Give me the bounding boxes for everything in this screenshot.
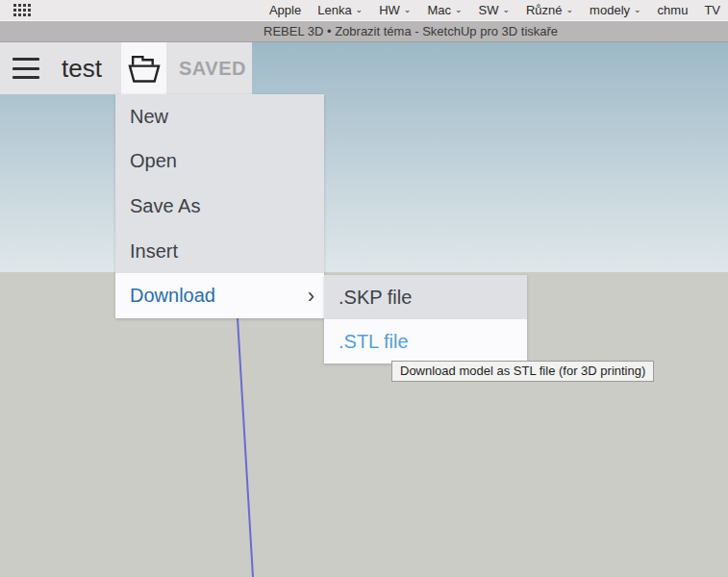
document-title[interactable]: test xyxy=(62,42,102,94)
bookmark-label: TV xyxy=(704,3,720,17)
menu-item-label: Open xyxy=(130,150,177,172)
menu-item-label: New xyxy=(130,106,168,128)
bookmarks-bar: Apple Lenka⌄ HW⌄ Mac⌄ SW⌄ Různé⌄ modely⌄… xyxy=(0,0,728,21)
window-title-bar: REBEL 3D • Zobrazit téma - SketchUp pro … xyxy=(0,21,728,42)
folder-icon xyxy=(126,51,163,86)
bookmark-modely[interactable]: modely⌄ xyxy=(590,3,640,17)
apps-grid-icon[interactable] xyxy=(13,4,31,16)
menu-item-label: Save As xyxy=(130,195,200,217)
menu-item-label: Download xyxy=(130,285,215,307)
bookmark-label: chmu xyxy=(658,3,689,17)
chevron-down-icon: ⌄ xyxy=(566,5,574,14)
bookmark-chmu[interactable]: chmu xyxy=(658,3,689,17)
chevron-down-icon: ⌄ xyxy=(502,5,510,14)
file-menu-button[interactable] xyxy=(121,42,166,94)
bookmark-label: SW xyxy=(478,3,498,17)
bookmark-label: Apple xyxy=(269,3,301,17)
download-submenu: .SKP file .STL file xyxy=(324,275,527,364)
bookmark-tv[interactable]: TV xyxy=(704,3,720,17)
menu-item-new[interactable]: New xyxy=(115,94,324,139)
bookmark-ruzne[interactable]: Různé⌄ xyxy=(526,3,573,17)
hamburger-icon xyxy=(13,58,39,61)
bookmark-label: modely xyxy=(590,3,630,17)
bookmark-lenka[interactable]: Lenka⌄ xyxy=(317,3,363,17)
bookmark-label: HW xyxy=(379,3,400,17)
app-toolbar: test SAVED xyxy=(0,42,252,94)
chevron-down-icon: ⌄ xyxy=(455,5,463,14)
submenu-arrow-icon: › xyxy=(308,286,314,307)
menu-item-download[interactable]: Download › xyxy=(115,273,324,318)
tooltip: Download model as STL file (for 3D print… xyxy=(391,361,654,382)
bookmarks-list: Apple Lenka⌄ HW⌄ Mac⌄ SW⌄ Různé⌄ modely⌄… xyxy=(269,3,728,17)
bookmark-sw[interactable]: SW⌄ xyxy=(478,3,510,17)
menu-item-label: Insert xyxy=(130,240,178,263)
file-menu: New Open Save As Insert Download › xyxy=(115,94,324,318)
save-status-label: SAVED xyxy=(179,42,246,94)
bookmark-apple[interactable]: Apple xyxy=(269,3,301,17)
screen: Apple Lenka⌄ HW⌄ Mac⌄ SW⌄ Různé⌄ modely⌄… xyxy=(0,0,728,577)
bookmark-mac[interactable]: Mac⌄ xyxy=(427,3,462,17)
main-menu-button[interactable] xyxy=(13,58,39,79)
chevron-down-icon: ⌄ xyxy=(356,5,364,14)
menu-item-label: .SKP file xyxy=(339,287,412,309)
bookmark-label: Různé xyxy=(526,3,563,17)
bookmark-hw[interactable]: HW⌄ xyxy=(379,3,411,17)
menu-item-skp-file[interactable]: .SKP file xyxy=(324,275,527,319)
chevron-down-icon: ⌄ xyxy=(404,5,412,14)
window-title: REBEL 3D • Zobrazit téma - SketchUp pro … xyxy=(264,24,558,38)
hamburger-icon xyxy=(13,76,39,79)
menu-item-label: .STL file xyxy=(339,331,409,353)
bookmark-label: Lenka xyxy=(317,3,351,17)
chevron-down-icon: ⌄ xyxy=(634,5,641,14)
menu-item-insert[interactable]: Insert xyxy=(115,229,324,274)
menu-item-save-as[interactable]: Save As xyxy=(115,184,324,229)
hamburger-icon xyxy=(13,67,39,70)
bookmark-label: Mac xyxy=(427,3,451,17)
menu-item-open[interactable]: Open xyxy=(115,139,324,185)
menu-item-stl-file[interactable]: .STL file xyxy=(324,319,527,364)
